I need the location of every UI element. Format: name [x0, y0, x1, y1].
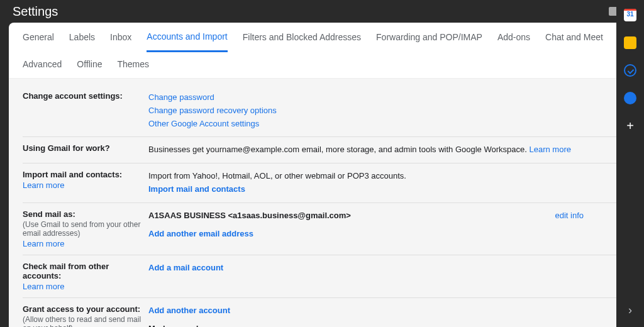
work-text: Businesses get yourname@example.com emai…	[148, 145, 529, 154]
link-learn-checkmail[interactable]: Learn more	[23, 282, 148, 291]
tab-labels[interactable]: Labels	[69, 32, 95, 51]
link-add-email[interactable]: Add another email address	[148, 228, 621, 241]
tab-filters[interactable]: Filters and Blocked Addresses	[243, 32, 361, 51]
link-change-password[interactable]: Change password	[148, 91, 621, 104]
tab-accounts-import[interactable]: Accounts and Import	[147, 31, 227, 52]
calendar-icon[interactable]	[624, 9, 636, 21]
link-import-action[interactable]: Import mail and contacts	[148, 183, 621, 196]
section-subtitle: (Allow others to read and send mail on y…	[23, 315, 148, 327]
section-gmail-work: Using Gmail for work? Businesses get you…	[23, 137, 621, 164]
section-check-mail: Check mail from other accounts: Learn mo…	[23, 255, 621, 298]
header-bar: Settings	[0, 0, 644, 23]
section-title: Using Gmail for work?	[23, 143, 148, 153]
section-title: Check mail from other accounts:	[23, 262, 148, 280]
tasks-icon[interactable]	[624, 64, 636, 77]
plus-icon[interactable]: +	[626, 119, 634, 132]
page-title: Settings	[13, 4, 58, 19]
settings-panel: General Labels Inbox Accounts and Import…	[9, 23, 635, 327]
section-change-account: Change account settings: Change password…	[23, 85, 621, 137]
tab-themes[interactable]: Themes	[118, 59, 150, 78]
section-title: Send mail as:	[23, 209, 148, 219]
section-import: Import mail and contacts: Learn more Imp…	[23, 164, 621, 203]
tab-inbox[interactable]: Inbox	[110, 32, 131, 51]
section-subtitle: (Use Gmail to send from your other email…	[23, 220, 148, 238]
link-learn-import[interactable]: Learn more	[23, 180, 148, 190]
tab-offline[interactable]: Offline	[77, 59, 102, 78]
section-title: Import mail and contacts:	[23, 170, 148, 179]
section-grant-access: Grant access to your account: (Allow oth…	[23, 298, 621, 327]
tab-forwarding[interactable]: Forwarding and POP/IMAP	[376, 32, 482, 51]
send-as-identity: A1SAAS BUSINESS <a1saas.business@gmail.c…	[148, 209, 555, 223]
section-send-as: Send mail as: (Use Gmail to send from yo…	[23, 203, 621, 255]
keep-icon[interactable]	[624, 36, 636, 49]
tab-addons[interactable]: Add-ons	[497, 32, 530, 51]
tab-advanced[interactable]: Advanced	[23, 59, 62, 78]
section-title: Grant access to your account:	[23, 304, 148, 314]
chevron-right-icon[interactable]: ›	[628, 304, 632, 317]
link-add-mail-account[interactable]: Add a mail account	[148, 262, 621, 275]
tab-chat-meet[interactable]: Chat and Meet	[545, 32, 603, 51]
link-edit-info[interactable]: edit info	[555, 209, 584, 223]
contacts-icon[interactable]	[624, 92, 636, 104]
link-recovery-options[interactable]: Change password recovery options	[148, 104, 621, 118]
section-title: Change account settings:	[23, 91, 148, 101]
link-learn-workspace[interactable]: Learn more	[529, 145, 570, 154]
settings-content[interactable]: Change account settings: Change password…	[9, 79, 635, 327]
settings-tabs: General Labels Inbox Accounts and Import…	[9, 23, 635, 79]
link-other-settings[interactable]: Other Google Account settings	[148, 118, 621, 131]
mark-read-heading: Mark as read	[148, 323, 621, 327]
side-panel: + ›	[616, 0, 644, 327]
tab-general[interactable]: General	[23, 32, 54, 51]
link-learn-sendas[interactable]: Learn more	[23, 239, 148, 248]
link-add-account[interactable]: Add another account	[148, 304, 621, 318]
import-text: Import from Yahoo!, Hotmail, AOL, or oth…	[148, 170, 621, 183]
